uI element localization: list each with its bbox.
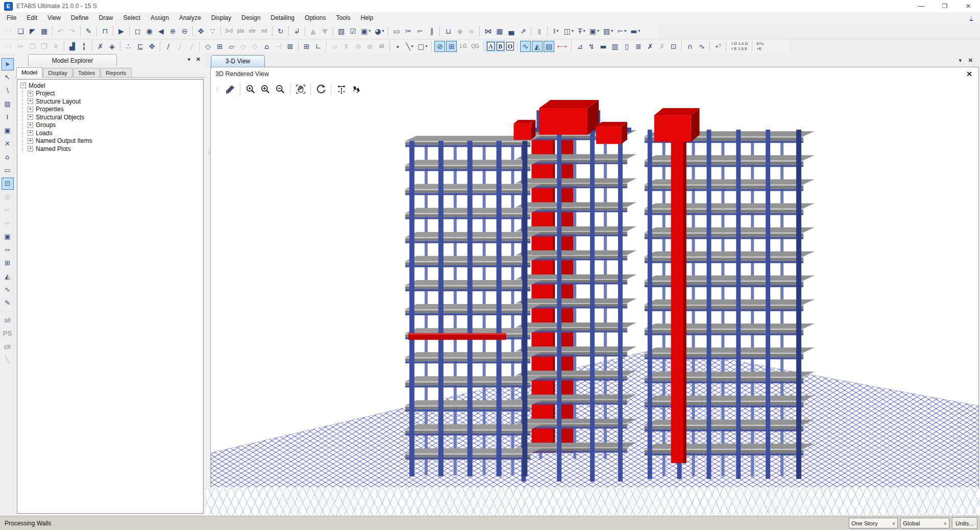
select-all-strip[interactable]: all [2, 314, 14, 326]
menu-tools[interactable]: Tools [331, 13, 355, 23]
select-poly[interactable]: ▱ [329, 41, 340, 52]
drop-panel[interactable]: ◆ [454, 26, 465, 37]
set-select-mode[interactable]: ▧ [336, 26, 347, 37]
pan-view[interactable]: ✥ [195, 26, 206, 37]
draw-curved-frame[interactable]: ∿ [2, 284, 14, 296]
draw-dimension[interactable]: ◭ [2, 270, 14, 283]
quick-draw-joint[interactable]: ∴ [123, 41, 134, 52]
tree-item-structure-layout[interactable]: +Structure Layout [28, 97, 203, 106]
dropdown-arrow-icon[interactable]: ▾ [411, 41, 413, 52]
select-by-properties[interactable]: ⊜ [353, 41, 363, 52]
draw-window-wall[interactable]: ⊠ [285, 41, 296, 52]
select-intersecting-line[interactable]: X [341, 41, 352, 52]
save-file[interactable]: ▦ [39, 26, 50, 37]
draw-grid-object[interactable]: ⊞ [2, 257, 14, 269]
magnify-grid[interactable]: ⊞ [301, 41, 312, 52]
zoom-window-button[interactable] [243, 82, 258, 96]
edit-stories[interactable]: ▟ [67, 41, 78, 52]
draw-options[interactable]: ◕▾ [373, 26, 385, 37]
move-down-in-list[interactable]: ▼ [320, 26, 330, 37]
draw-point-area[interactable]: ⊡ [2, 178, 14, 190]
expand-icon[interactable]: + [28, 114, 33, 120]
dropdown-arrow-icon[interactable]: ▾ [597, 26, 599, 36]
explorer-tab-reports[interactable]: Reports [101, 68, 131, 77]
edit-grid-data[interactable]: ╏ [79, 41, 89, 52]
draw-ramp-dashed[interactable]: ⌐ [2, 217, 14, 230]
view-plan[interactable]: pla [235, 26, 246, 37]
dropdown-arrow-icon[interactable]: ▾ [382, 26, 384, 36]
draw-pen[interactable]: ✎ [2, 297, 14, 309]
show-grid-labels-b[interactable]: B [497, 42, 504, 51]
show-mode-shape[interactable]: ◭ [532, 41, 543, 52]
draw-braces[interactable]: ∕ [163, 41, 174, 52]
rotate-3d-view[interactable]: ↻ [275, 26, 286, 37]
select-all[interactable]: all [376, 41, 387, 52]
panel-close-icon[interactable]: ✕ [196, 56, 201, 63]
deselect-line[interactable]: ╲ [2, 354, 14, 366]
frame-properties[interactable]: ⊔ [443, 26, 453, 37]
draw-rect-area[interactable]: ▭ [2, 164, 14, 176]
draw-frame-element[interactable]: ▨ [2, 98, 14, 110]
menu-select[interactable]: Select [118, 13, 145, 23]
expand-icon[interactable]: + [28, 107, 33, 112]
new-model[interactable]: ❏ [15, 26, 26, 37]
quick-grid-toggle[interactable]: QG [470, 41, 481, 52]
close-button[interactable]: ✕ [957, 0, 980, 12]
dropdown-arrow-icon[interactable]: ▾ [425, 41, 427, 52]
model-explorer-title-tab[interactable]: Model Explorer [28, 54, 117, 66]
expand-icon[interactable]: + [28, 130, 33, 136]
expand-icon[interactable]: + [28, 138, 33, 144]
draw-joint-x[interactable]: ✗ [95, 41, 106, 52]
explorer-tab-tables[interactable]: Tables [73, 68, 100, 77]
reshape-object[interactable]: ↖ [2, 71, 14, 84]
section-cut-query[interactable]: ●? [713, 41, 723, 52]
menu-edit[interactable]: Edit [21, 13, 42, 23]
i-section[interactable]: I▾ [550, 26, 561, 37]
point-spring[interactable]: ⊡ [668, 41, 679, 52]
tree-item-groups[interactable]: +Groups [28, 121, 203, 130]
toolbar-grip[interactable]: ⋮⋮ [215, 87, 219, 92]
extrude-shells[interactable]: ∥ [426, 26, 437, 37]
view-3d[interactable]: 3-d [224, 26, 234, 37]
dropdown-arrow-icon[interactable]: ▾ [572, 26, 574, 36]
expand-icon[interactable]: + [28, 98, 33, 104]
composite-beam-design[interactable]: ▥ [609, 41, 620, 52]
zoom-in-one-step[interactable]: ⊕ [167, 26, 178, 37]
draw-poly-area[interactable]: ⌂ [261, 41, 272, 52]
redo[interactable]: ↷ [67, 26, 78, 37]
deck-section[interactable]: ▄ [506, 26, 517, 37]
explorer-tab-model[interactable]: Model [16, 67, 42, 78]
shear-wall-design[interactable]: ▯ [621, 41, 632, 52]
concrete-frame-design[interactable]: ▬ [598, 41, 608, 52]
draw-link-element[interactable]: ∾ [2, 244, 14, 256]
explorer-tab-display[interactable]: Display [43, 68, 72, 77]
pencil-tool-button[interactable] [223, 82, 237, 96]
tree-item-structural-objects[interactable]: +Structural Objects [28, 113, 203, 121]
draw-wall-plan[interactable]: ⊞ [214, 41, 225, 52]
view-named[interactable]: nd [259, 26, 270, 37]
draw-wall-element[interactable]: ▣ [2, 124, 14, 137]
units-button[interactable]: Units... [952, 517, 977, 529]
perspective-toggle[interactable]: ∵ [207, 26, 218, 37]
time-history-trace[interactable]: ∿ [696, 41, 707, 52]
pan-button[interactable] [293, 82, 308, 96]
dropdown-arrow-icon[interactable]: ▾ [369, 26, 371, 36]
object-shrink-toggle[interactable]: ↲ [291, 26, 302, 37]
local-grid-toggle[interactable]: LG [458, 41, 469, 52]
layers-display[interactable]: ≡ [466, 26, 477, 37]
view-elevation[interactable]: ele [247, 26, 258, 37]
zoom-out-button[interactable] [273, 82, 287, 96]
menu-design[interactable]: Design [236, 13, 265, 23]
hatch-section[interactable]: ▨▾ [602, 26, 615, 37]
previous-zoom[interactable]: ◀ [156, 26, 166, 37]
story-range-select[interactable]: One Story ∨ [849, 518, 898, 528]
draw-column-element[interactable]: Ⅰ [2, 111, 14, 123]
tabstrip-caret-down-icon[interactable]: ▾ [959, 57, 962, 64]
draw-links[interactable]: ∕ [186, 41, 197, 52]
load-case-checks[interactable]: ✓D 1.0 D ✓E 1.5 E [729, 41, 749, 52]
previous-selection[interactable]: PS [2, 327, 14, 340]
draw-rectangle[interactable]: ▭ [391, 26, 402, 37]
menu-define[interactable]: Define [66, 13, 94, 23]
reference-arrows[interactable]: ⇗ [518, 26, 528, 37]
toolbar-grip[interactable]: ⋮⋮ [4, 29, 12, 34]
